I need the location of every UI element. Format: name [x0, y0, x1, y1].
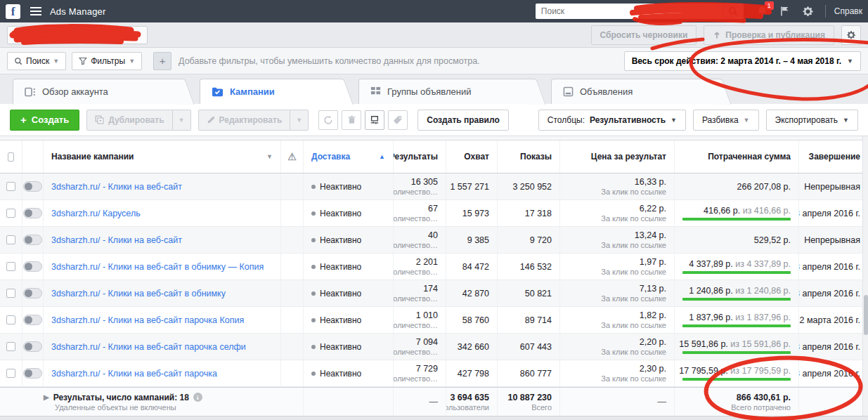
chevron-down-icon: ▼ [671, 117, 677, 124]
filters-label: Фильтры [91, 56, 125, 66]
search-submit-button[interactable] [723, 4, 744, 19]
campaign-toggle[interactable] [23, 208, 42, 218]
campaign-name-link[interactable]: 3dsharzh.ru/ - Клики на веб-сайт в обним… [51, 289, 273, 298]
settings-button[interactable] [802, 6, 814, 18]
refresh-button[interactable] [318, 110, 338, 130]
review-publish-button[interactable]: Проверка и публикация [704, 25, 834, 45]
row-checkbox[interactable] [6, 342, 15, 351]
upload-arrow-icon [713, 31, 721, 39]
create-campaign-button[interactable]: + Создать [10, 110, 79, 131]
ad-sets-grid-icon [370, 86, 381, 97]
discard-drafts-button[interactable]: Сбросить черновики [591, 25, 697, 45]
row-checkbox[interactable] [6, 315, 15, 324]
row-checkbox[interactable] [6, 369, 15, 378]
table-row: 3dsharzh.ru/ - Клики на веб-сайт Неактив… [0, 173, 868, 200]
pages-feed-button[interactable] [779, 6, 791, 17]
column-header-end[interactable]: Завершение [799, 140, 868, 173]
tab-ads[interactable]: Объявления [551, 79, 718, 104]
status-dot-icon [311, 265, 316, 269]
chevron-down-icon: ▼ [847, 58, 853, 65]
columns-dropdown[interactable]: Столбцы: Результативность ▼ [538, 110, 686, 131]
pencil-icon [207, 116, 215, 124]
duplicate-split-button: Дублировать ▼ [86, 110, 190, 131]
ab-test-button[interactable] [365, 110, 384, 130]
campaign-toggle[interactable] [23, 341, 42, 352]
campaign-name-link[interactable]: 3dsharzh.ru/ - Клики на веб-сайт [51, 182, 273, 192]
campaign-toggle[interactable] [23, 315, 42, 325]
column-header-issues[interactable]: ⚠ [281, 140, 304, 173]
row-checkbox[interactable] [6, 289, 15, 298]
create-label: Создать [32, 114, 69, 125]
delete-button[interactable] [342, 110, 361, 130]
facebook-logo-icon[interactable]: f [6, 4, 20, 19]
campaigns-folder-icon [212, 86, 224, 97]
row-checkbox[interactable] [6, 209, 15, 218]
campaign-toggle[interactable] [23, 235, 42, 245]
column-header-results[interactable]: Результаты [394, 140, 446, 173]
table-header: Название кампании ▼ ⚠ Доставка ▲ Результ… [0, 140, 868, 173]
row-checkbox[interactable] [6, 182, 15, 191]
edit-more-button[interactable]: ▼ [290, 110, 309, 131]
column-header-name[interactable]: Название кампании ▼ [44, 140, 281, 173]
campaign-toggle[interactable] [23, 181, 42, 192]
results-summary[interactable]: ▶ Результаты, число кампаний: 18 i Удале… [0, 388, 304, 416]
help-menu[interactable]: Справк [834, 6, 862, 16]
search-filter-dropdown[interactable]: Поиск ▼ [7, 52, 66, 70]
campaign-toggle[interactable] [23, 368, 42, 379]
campaign-name-link[interactable]: 3dsharzh.ru/ - Клики на веб-сайт парочка… [51, 342, 273, 352]
budget-progress-bar [682, 271, 791, 274]
column-header-cost-per-result[interactable]: Цена за результат [560, 140, 675, 173]
column-header-delivery[interactable]: Доставка ▲ [304, 140, 394, 173]
table-row: 3dsharzh.ru/ - Клики на веб-сайт Неактив… [0, 227, 868, 254]
app-title: Ads Manager [50, 6, 106, 17]
delivery-status: Неактивно [320, 235, 361, 245]
hamburger-menu-icon[interactable] [30, 5, 41, 18]
tab-campaigns[interactable]: Кампании [200, 79, 340, 104]
duplicate-more-button[interactable]: ▼ [173, 110, 191, 131]
ads-card-icon [563, 86, 574, 97]
settings-small-button[interactable] [841, 25, 861, 45]
status-dot-icon [311, 345, 316, 349]
tab-ad-sets[interactable]: Группы объявлений [358, 79, 533, 104]
select-all-checkbox[interactable] [8, 152, 14, 162]
account-selector[interactable] [7, 26, 148, 44]
add-filter-button[interactable]: + [153, 52, 171, 70]
chevron-down-icon: ▼ [266, 153, 273, 160]
status-dot-icon [311, 185, 316, 189]
delivery-status: Неактивно [320, 289, 361, 298]
tag-button[interactable] [388, 110, 408, 130]
campaign-toggle[interactable] [23, 288, 42, 298]
funnel-icon [79, 57, 87, 65]
tab-account-overview[interactable]: Обзор аккаунта [13, 79, 181, 104]
campaign-name-link[interactable]: 3dsharzh.ru/ - Клики на веб-сайт парочка [51, 369, 273, 379]
edit-button[interactable]: Редактировать [198, 110, 291, 131]
create-rule-button[interactable]: Создать правило [417, 110, 508, 131]
horizontal-scrollbar-track[interactable] [0, 416, 868, 420]
expand-triangle-icon: ▶ [44, 393, 49, 401]
export-dropdown[interactable]: Экспортировать ▼ [766, 110, 858, 131]
column-header-reach[interactable]: Охват [446, 140, 498, 173]
duplicate-button[interactable]: Дублировать [86, 110, 172, 131]
column-header-impressions[interactable]: Показы [498, 140, 560, 173]
campaign-name-link[interactable]: 3dsharzh.ru/ - Клики на веб-сайт [51, 235, 273, 245]
notifications-button[interactable]: 1 [756, 6, 768, 18]
refresh-icon [323, 115, 333, 125]
campaign-toggle[interactable] [23, 261, 42, 272]
info-icon[interactable]: i [193, 393, 202, 402]
campaign-name-link[interactable]: 3dsharzh.ru/ Карусель [51, 209, 273, 218]
row-checkbox[interactable] [6, 262, 15, 271]
vertical-scrollbar-thumb[interactable] [864, 295, 868, 335]
date-range-selector[interactable]: Весь срок действия: 2 марта 2014 г. – 4 … [624, 51, 861, 71]
global-search-input[interactable] [536, 4, 723, 19]
filters-dropdown[interactable]: Фильтры ▼ [72, 52, 142, 70]
status-dot-icon [311, 318, 316, 322]
plus-icon: + [160, 55, 166, 67]
vertical-scrollbar[interactable] [862, 136, 868, 416]
campaign-name-link[interactable]: 3dsharzh.ru/ - Клики на веб-сайт в обним… [51, 262, 273, 272]
row-checkbox[interactable] [6, 235, 15, 244]
campaign-name-link[interactable]: 3dsharzh.ru/ - Клики на веб-сайт парочка… [51, 315, 273, 325]
budget-progress-bar [682, 351, 791, 354]
breakdown-dropdown[interactable]: Разбивка ▼ [693, 110, 759, 131]
column-header-amount-spent[interactable]: Потраченная сумма [675, 140, 799, 173]
search-icon [728, 6, 738, 16]
